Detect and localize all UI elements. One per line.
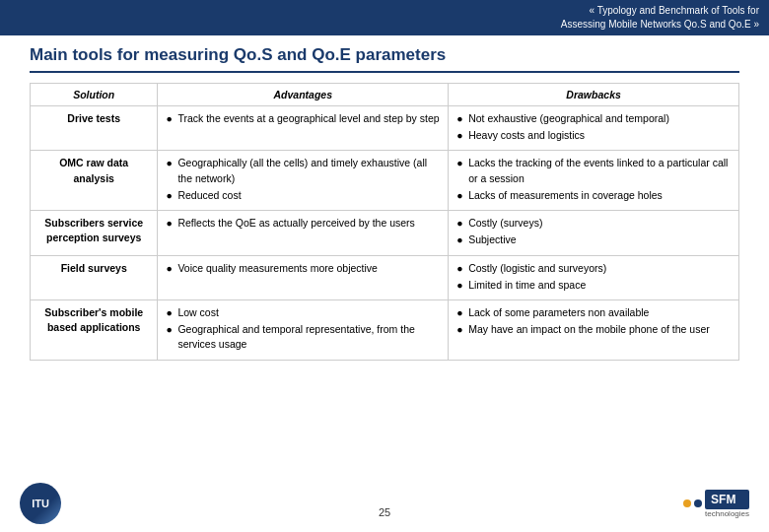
itu-label: ITU (32, 498, 49, 509)
table-row-advantages-1: ●Geographically (all the cells) and time… (158, 151, 449, 211)
advantage-text: Track the events at a geographical level… (177, 111, 439, 126)
list-item: ●Costly (surveys) (456, 216, 731, 231)
table-row-drawbacks-3: ●Costly (logistic and surveyors)●Limited… (449, 255, 739, 299)
main-table: Solution Advantages Drawbacks Drive test… (30, 83, 739, 361)
bullet-icon: ● (166, 305, 174, 320)
list-item: ●Geographical and temporal representativ… (166, 322, 440, 352)
table-row-advantages-0: ●Track the events at a geographical leve… (158, 106, 449, 151)
itu-logo: ITU (20, 483, 61, 524)
advantage-text: Voice quality measurements more objectiv… (177, 261, 378, 276)
advantage-text: Reflects the QoE as actually perceived b… (177, 216, 414, 231)
advantage-text: Geographical and temporal representative… (177, 322, 440, 352)
drawback-text: Costly (surveys) (468, 216, 542, 231)
list-item: ●Limited in time and space (456, 278, 731, 293)
table-row-solution-4: Subscriber's mobile based applications (31, 299, 158, 360)
list-item: ●Not exhaustive (geographical and tempor… (456, 111, 731, 126)
bullet-icon: ● (166, 111, 174, 126)
list-item: ●Subjective (456, 233, 731, 247)
advantage-text: Geographically (all the cells) and timel… (177, 156, 440, 185)
bullet-icon: ● (456, 128, 464, 143)
list-item: ●Lacks the tracking of the events linked… (456, 156, 731, 185)
bullet-icon: ● (456, 156, 464, 170)
list-item: ●Heavy costs and logistics (456, 128, 731, 143)
drawback-text: Limited in time and space (468, 278, 586, 293)
col-header-solution: Solution (31, 84, 158, 106)
drawback-text: Lack of some parameters non available (468, 305, 649, 320)
bullet-icon: ● (166, 156, 174, 170)
list-item: ●Track the events at a geographical leve… (166, 111, 440, 126)
table-row-advantages-3: ●Voice quality measurements more objecti… (158, 255, 449, 299)
table-row-solution-0: Drive tests (31, 106, 158, 151)
list-item: ●Costly (logistic and surveyors) (456, 261, 731, 276)
itu-circle: ITU (20, 483, 61, 524)
bullet-icon: ● (166, 188, 174, 203)
table-row-drawbacks-2: ●Costly (surveys)●Subjective (449, 211, 739, 255)
banner-text: « Typology and Benchmark of Tools for As… (561, 5, 759, 30)
sfm-label: SFM (705, 490, 749, 509)
bullet-icon: ● (456, 278, 464, 293)
bullet-icon: ● (166, 261, 174, 276)
drawback-text: Costly (logistic and surveyors) (468, 261, 606, 276)
drawback-text: Not exhaustive (geographical and tempora… (468, 111, 669, 126)
page-number: 25 (379, 506, 390, 518)
bullet-icon: ● (456, 216, 464, 231)
list-item: ●Reduced cost (166, 188, 440, 203)
table-row-advantages-4: ●Low cost●Geographical and temporal repr… (158, 299, 449, 360)
advantage-text: Reduced cost (177, 188, 241, 203)
drawback-text: Lacks of measurements in coverage holes (468, 188, 663, 203)
sfm-sub-label: technologies (705, 509, 749, 518)
main-table-container: Solution Advantages Drawbacks Drive test… (0, 83, 769, 361)
bullet-icon: ● (166, 322, 174, 337)
sfm-logo: SFM technologies (683, 490, 749, 518)
list-item: ●Voice quality measurements more objecti… (166, 261, 440, 276)
bullet-icon: ● (456, 111, 464, 126)
page-title: Main tools for measuring Qo.S and Qo.E p… (0, 35, 769, 71)
table-row-drawbacks-4: ●Lack of some parameters non available●M… (449, 299, 739, 360)
table-row-solution-2: Subscribers service perception surveys (31, 211, 158, 255)
table-row-drawbacks-1: ●Lacks the tracking of the events linked… (449, 151, 739, 211)
drawback-text: May have an impact on the mobile phone o… (468, 322, 710, 337)
drawback-text: Lacks the tracking of the events linked … (468, 156, 731, 185)
list-item: ●Lack of some parameters non available (456, 305, 731, 320)
title-underline (30, 71, 739, 73)
bullet-icon: ● (456, 305, 464, 320)
list-item: ●May have an impact on the mobile phone … (456, 322, 731, 337)
advantage-text: Low cost (177, 305, 218, 320)
bullet-icon: ● (456, 261, 464, 276)
list-item: ●Lacks of measurements in coverage holes (456, 188, 731, 203)
col-header-advantages: Advantages (158, 84, 449, 106)
table-row-advantages-2: ●Reflects the QoE as actually perceived … (158, 211, 449, 255)
table-row-solution-3: Field surveys (31, 255, 158, 299)
header-banner: « Typology and Benchmark of Tools for As… (0, 0, 769, 35)
bullet-icon: ● (456, 188, 464, 203)
sfm-dot-blue (694, 499, 702, 507)
bullet-icon: ● (166, 216, 174, 231)
list-item: ●Reflects the QoE as actually perceived … (166, 216, 440, 231)
table-row-solution-1: OMC raw data analysis (31, 151, 158, 211)
drawback-text: Subjective (468, 233, 516, 247)
sfm-dot-orange (683, 499, 691, 507)
bullet-icon: ● (456, 322, 464, 337)
table-row-drawbacks-0: ●Not exhaustive (geographical and tempor… (449, 106, 739, 151)
list-item: ●Geographically (all the cells) and time… (166, 156, 440, 185)
col-header-drawbacks: Drawbacks (449, 84, 739, 106)
bullet-icon: ● (456, 233, 464, 247)
list-item: ●Low cost (166, 305, 440, 320)
drawback-text: Heavy costs and logistics (468, 128, 585, 143)
